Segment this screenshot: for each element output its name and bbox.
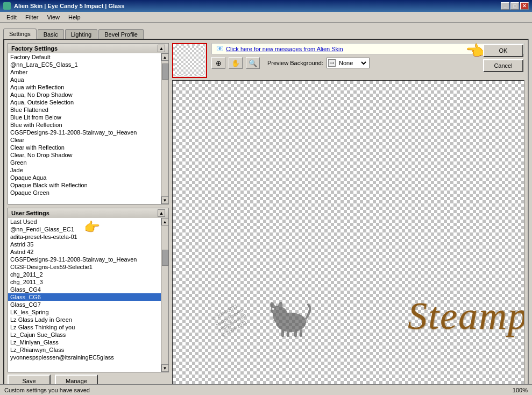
preview-bg-select[interactable]: None White Black Custom	[337, 58, 368, 68]
factory-settings-section: Factory Settings ▲ Factory Default @nn_L…	[8, 43, 169, 204]
ok-button[interactable]: OK	[483, 44, 523, 57]
tab-basic[interactable]: Basic	[38, 29, 64, 39]
factory-settings-list[interactable]: Factory Default @nn_Lara_EC5_Glass_1 Amb…	[8, 53, 161, 204]
list-item[interactable]: adita-preset-les-estela-01	[8, 233, 161, 241]
list-item[interactable]: Aqua, No Drop Shadow	[8, 91, 161, 98]
list-item[interactable]: chg_2011_2	[8, 271, 161, 278]
list-item[interactable]: Lz_Minlyan_Glass	[8, 338, 161, 346]
list-item[interactable]: Clear with Reflection	[8, 144, 161, 151]
app-icon	[3, 2, 11, 10]
list-item[interactable]: Lz Glass Lady in Green	[8, 316, 161, 323]
list-item[interactable]: chg_2011_3	[8, 278, 161, 286]
list-item[interactable]: CGSFDesigns-29-11-2008-Stairway_to_Heave…	[8, 256, 161, 263]
list-item[interactable]: Aqua, Outside Selection	[8, 98, 161, 106]
pan-button[interactable]: ✋	[229, 57, 243, 69]
list-item[interactable]: Clear	[8, 136, 161, 144]
list-item[interactable]: Astrid 35	[8, 241, 161, 248]
alien-skin-link-text[interactable]: Click here for new messages from Alien S…	[226, 46, 343, 52]
preview-canvas: Steampunk Tone © 2008-2011 HappyRaeven H…	[172, 80, 524, 387]
list-item[interactable]: Lz_Cajun Sue_Glass	[8, 331, 161, 338]
menu-help[interactable]: Help	[64, 13, 85, 22]
user-settings-section: User Settings ▲ Last Used @nn_Fendi_Glas…	[8, 208, 169, 387]
list-item[interactable]: Lz Glass Thinking of you	[8, 323, 161, 331]
watermark: © 2008-2011 HappyRaeven HappyRaeven © 20…	[211, 302, 251, 339]
list-item[interactable]: Blue Flattened	[8, 106, 161, 114]
right-panel: 📧 Click here for new messages from Alien…	[172, 43, 524, 387]
tab-settings[interactable]: Settings	[3, 29, 37, 39]
list-item[interactable]: Opaque Green	[8, 189, 161, 196]
preview-bg-color-input[interactable]	[328, 59, 336, 67]
list-item[interactable]: Last Used	[8, 218, 161, 225]
scroll-down-arrow[interactable]: ▼	[161, 196, 169, 204]
list-item[interactable]: Green	[8, 159, 161, 166]
svg-rect-12	[287, 329, 289, 337]
scroll-thumb[interactable]	[162, 250, 168, 266]
list-item[interactable]: @nn_Lara_EC5_Glass_1	[8, 61, 161, 68]
svg-point-15	[272, 308, 274, 310]
list-item[interactable]: Aqua with Reflection	[8, 83, 161, 91]
zoom-level: 100%	[513, 387, 528, 393]
zoom-in-button[interactable]: ⊕	[211, 57, 225, 69]
tab-bevel-profile[interactable]: Bevel Profile	[98, 29, 144, 39]
svg-rect-13	[294, 329, 297, 337]
list-item[interactable]: Glass_CG7	[8, 301, 161, 308]
svg-point-9	[269, 301, 276, 311]
left-panel: Factory Settings ▲ Factory Default @nn_L…	[8, 43, 169, 387]
zoom-icon: 🔍	[249, 59, 257, 67]
svg-rect-14	[300, 329, 302, 337]
factory-scroll-up[interactable]: ▲	[158, 45, 165, 52]
hand-cursor-icon: 👉	[466, 42, 485, 60]
user-settings-header: User Settings ▲	[8, 208, 169, 218]
list-item[interactable]: CGSFDesigns-Les59-Selectie1	[8, 263, 161, 271]
scroll-track[interactable]	[161, 225, 168, 364]
maximize-button[interactable]: □	[510, 2, 519, 10]
minimize-button[interactable]: _	[501, 2, 509, 10]
status-bar: Custom settings you have saved 100%	[0, 384, 532, 395]
list-item[interactable]: Clear, No Drop Shadow	[8, 151, 161, 159]
scroll-up-arrow[interactable]: ▲	[161, 53, 169, 61]
scroll-thumb[interactable]	[162, 64, 168, 80]
list-item[interactable]: Jade	[8, 166, 161, 174]
scroll-down-arrow[interactable]: ▼	[161, 364, 169, 372]
close-button[interactable]: ✕	[520, 2, 529, 10]
list-item[interactable]: Opaque Aqua	[8, 174, 161, 181]
zoom-button[interactable]: 🔍	[246, 57, 260, 69]
svg-point-8	[271, 306, 281, 314]
list-item-selected[interactable]: Glass_CG6	[8, 293, 161, 301]
svg-rect-4	[175, 46, 204, 75]
list-item[interactable]: Astrid 42	[8, 248, 161, 256]
list-item[interactable]: LK_les_Spring	[8, 308, 161, 316]
list-item[interactable]: CGSFDesigns-29-11-2008-Stairway_to_Heave…	[8, 129, 161, 136]
list-item[interactable]: Amber	[8, 68, 161, 76]
user-settings-list[interactable]: Last Used @nn_Fendi_Glass_EC1 adita-pres…	[8, 218, 161, 372]
tab-bar: Settings Basic Lighting Bevel Profile	[3, 26, 529, 39]
list-item[interactable]: Aqua	[8, 76, 161, 83]
user-scrollbar[interactable]: ▲ ▼	[161, 218, 168, 372]
title-bar: Alien Skin | Eye Candy 5 Impact | Glass …	[0, 0, 532, 12]
list-item[interactable]: @nn_Fendi_Glass_EC1	[8, 225, 161, 233]
list-item[interactable]: Opaque Black with Reflection	[8, 181, 161, 189]
list-item[interactable]: Blue Lit from Below	[8, 114, 161, 121]
menu-filter[interactable]: Filter	[21, 13, 42, 22]
cancel-button[interactable]: Cancel	[483, 59, 523, 72]
list-item[interactable]: yvonnespsplessen@itsrainingEC5glass	[8, 354, 161, 361]
factory-scrollbar[interactable]: ▲ ▼	[161, 53, 168, 204]
svg-point-10	[278, 301, 283, 311]
preview-thumbnail	[172, 43, 207, 78]
scroll-up-arrow[interactable]: ▲	[161, 218, 169, 225]
window-controls[interactable]: _ □ ✕	[501, 2, 529, 10]
list-item[interactable]: Blue with Reflection	[8, 121, 161, 129]
svg-point-7	[273, 307, 288, 324]
scroll-track[interactable]	[161, 61, 168, 196]
svg-text:Steampunk Tone: Steampunk Tone	[408, 294, 525, 337]
list-item[interactable]: Glass_CG4	[8, 286, 161, 293]
menu-view[interactable]: View	[42, 13, 64, 22]
title-text: Alien Skin | Eye Candy 5 Impact | Glass	[14, 3, 501, 9]
preview-bg-selector[interactable]: None White Black Custom	[327, 58, 370, 68]
link-icon: 📧	[216, 45, 224, 52]
menu-edit[interactable]: Edit	[2, 13, 21, 22]
user-scroll-up[interactable]: ▲	[158, 209, 165, 217]
list-item[interactable]: Lz_Rhianwyn_Glass	[8, 346, 161, 354]
list-item[interactable]: Factory Default	[8, 53, 161, 61]
tab-lighting[interactable]: Lighting	[65, 29, 98, 39]
